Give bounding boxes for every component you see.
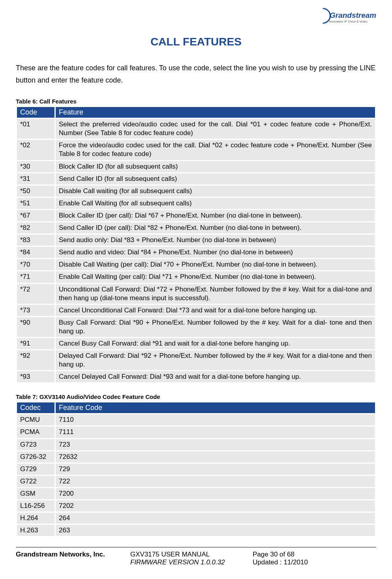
- header-feature-code: Feature Code: [56, 402, 375, 413]
- table-row: PCMA7111: [17, 427, 375, 438]
- table6-caption: Table 6: Call Features: [16, 98, 376, 105]
- feature-code-cell: 7200: [56, 488, 375, 499]
- table-header-row: Code Feature: [17, 107, 375, 118]
- logo-brand-text: Grandstream: [330, 11, 376, 20]
- codec-cell: H.264: [17, 513, 54, 524]
- feature-cell: Block Caller ID (per call): Dial *67 + P…: [56, 210, 375, 221]
- feature-cell: Send audio only: Dial *83 + Phone/Ext. N…: [56, 235, 375, 246]
- codec-cell: L16-256: [17, 500, 54, 511]
- feature-code-cell: 7110: [56, 414, 375, 425]
- codec-feature-table: Codec Feature Code PCMU7110PCMA7111G7237…: [16, 401, 376, 537]
- feature-cell: Select the preferred video/audio codec u…: [56, 119, 375, 139]
- table-row: *82Send Caller ID (per call): Dial *82 +…: [17, 222, 375, 233]
- feature-cell: Block Caller ID (for all subsequent call…: [56, 161, 375, 172]
- brand-logo: Grandstream Innovative IP Voice & Video: [313, 8, 376, 28]
- footer-manual: GXV3175 USER MANUAL: [130, 551, 253, 558]
- code-cell: *93: [17, 371, 54, 382]
- feature-code-cell: 7111: [56, 427, 375, 438]
- feature-cell: Enable Call Waiting (per call): Dial *71…: [56, 271, 375, 282]
- code-cell: *70: [17, 259, 54, 270]
- codec-cell: PCMA: [17, 427, 54, 438]
- footer-company: Grandstream Networks, Inc.: [16, 551, 130, 566]
- feature-code-cell: 722: [56, 476, 375, 487]
- table-row: *73Cancel Unconditional Call Forward: Di…: [17, 305, 375, 316]
- feature-cell: Force the video/audio codec used for the…: [56, 140, 375, 160]
- feature-cell: Cancel Delayed Call Forward: Dial *93 an…: [56, 371, 375, 382]
- table-row: *50Disable Call waiting (for all subsequ…: [17, 186, 375, 197]
- feature-code-cell: 7202: [56, 500, 375, 511]
- codec-cell: H.263: [17, 525, 54, 536]
- code-cell: *31: [17, 173, 54, 184]
- table-row: *67Block Caller ID (per call): Dial *67 …: [17, 210, 375, 221]
- code-cell: *82: [17, 222, 54, 233]
- table-row: G723723: [17, 439, 375, 450]
- feature-cell: Enable Call Waiting (for all subsequent …: [56, 198, 375, 209]
- table-row: *30Block Caller ID (for all subsequent c…: [17, 161, 375, 172]
- table-row: G722722: [17, 476, 375, 487]
- feature-code-cell: 263: [56, 525, 375, 536]
- feature-code-cell: 729: [56, 464, 375, 475]
- code-cell: *72: [17, 284, 54, 304]
- table-row: L16-2567202: [17, 500, 375, 511]
- codec-cell: GSM: [17, 488, 54, 499]
- table-row: G726-3272632: [17, 451, 375, 462]
- table-row: PCMU7110: [17, 414, 375, 425]
- feature-cell: Send audio and video: Dial *84 + Phone/E…: [56, 247, 375, 258]
- page-title: CALL FEATURES: [16, 36, 376, 48]
- footer-updated: Updated : 11/2010: [253, 558, 339, 566]
- feature-cell: Unconditional Call Forward: Dial *72 + P…: [56, 284, 375, 304]
- logo-tagline-text: Innovative IP Voice & Video: [329, 20, 368, 23]
- table-row: *31Send Caller ID (for all subsequent ca…: [17, 173, 375, 184]
- code-cell: *91: [17, 338, 54, 349]
- table-row: *51Enable Call Waiting (for all subseque…: [17, 198, 375, 209]
- table-row: *90Busy Call Forward: Dial *90 + Phone/E…: [17, 317, 375, 337]
- call-features-table: Code Feature *01Select the preferred vid…: [16, 106, 376, 383]
- footer-right: Page 30 of 68 Updated : 11/2010: [253, 551, 339, 566]
- feature-cell: Delayed Call Forward: Dial *92 + Phone/E…: [56, 350, 375, 370]
- code-cell: *73: [17, 305, 54, 316]
- codec-cell: G722: [17, 476, 54, 487]
- header-codec: Codec: [17, 402, 54, 413]
- code-cell: *84: [17, 247, 54, 258]
- intro-paragraph: These are the feature codes for call fea…: [16, 62, 376, 86]
- feature-cell: Disable Call Waiting (per call): Dial *7…: [56, 259, 375, 270]
- feature-cell: Cancel Busy Call Forward: dial *91 and w…: [56, 338, 375, 349]
- table-row: G729729: [17, 464, 375, 475]
- codec-cell: PCMU: [17, 414, 54, 425]
- table-row: H.263263: [17, 525, 375, 536]
- code-cell: *92: [17, 350, 54, 370]
- code-cell: *67: [17, 210, 54, 221]
- feature-cell: Send Caller ID (for all subsequent calls…: [56, 173, 375, 184]
- code-cell: *01: [17, 119, 54, 139]
- footer-firmware: FIRMWARE VERSION 1.0.0.32: [130, 558, 253, 566]
- table-row: *72Unconditional Call Forward: Dial *72 …: [17, 284, 375, 304]
- table-row: *92Delayed Call Forward: Dial *92 + Phon…: [17, 350, 375, 370]
- codec-cell: G726-32: [17, 451, 54, 462]
- logo-area: Grandstream Innovative IP Voice & Video: [16, 8, 376, 28]
- code-cell: *90: [17, 317, 54, 337]
- feature-cell: Disable Call waiting (for all subsequent…: [56, 186, 375, 197]
- code-cell: *30: [17, 161, 54, 172]
- table-row: *70Disable Call Waiting (per call): Dial…: [17, 259, 375, 270]
- feature-code-cell: 264: [56, 513, 375, 524]
- codec-cell: G729: [17, 464, 54, 475]
- header-code: Code: [17, 107, 54, 118]
- code-cell: *51: [17, 198, 54, 209]
- code-cell: *50: [17, 186, 54, 197]
- table-row: *71Enable Call Waiting (per call): Dial …: [17, 271, 375, 282]
- feature-code-cell: 723: [56, 439, 375, 450]
- code-cell: *83: [17, 235, 54, 246]
- table7-caption: Table 7: GXV3140 Audio/Video Codec Featu…: [16, 393, 376, 400]
- table-row: *01Select the preferred video/audio code…: [17, 119, 375, 139]
- table-row: *93Cancel Delayed Call Forward: Dial *93…: [17, 371, 375, 382]
- table-row: H.264264: [17, 513, 375, 524]
- page-footer: Grandstream Networks, Inc. GXV3175 USER …: [16, 547, 376, 566]
- header-feature: Feature: [56, 107, 375, 118]
- table-row: GSM7200: [17, 488, 375, 499]
- feature-cell: Cancel Unconditional Call Forward: Dial …: [56, 305, 375, 316]
- feature-code-cell: 72632: [56, 451, 375, 462]
- code-cell: *02: [17, 140, 54, 160]
- feature-cell: Send Caller ID (per call): Dial *82 + Ph…: [56, 222, 375, 233]
- feature-cell: Busy Call Forward: Dial *90 + Phone/Ext.…: [56, 317, 375, 337]
- footer-mid: GXV3175 USER MANUAL FIRMWARE VERSION 1.0…: [130, 551, 253, 566]
